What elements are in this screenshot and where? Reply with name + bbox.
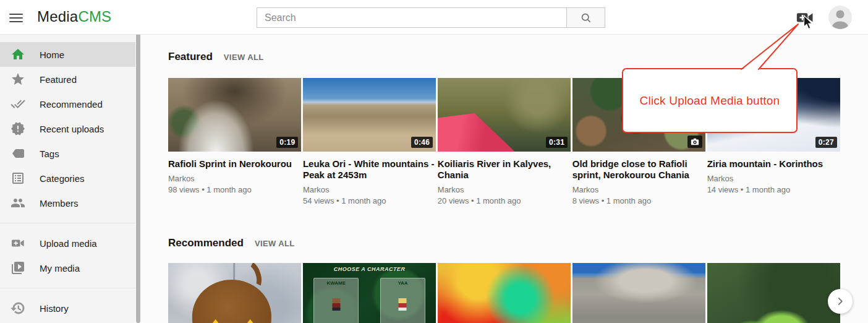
star-icon [11,72,25,87]
media-card: 0:46 Leuka Ori - White mountains - Peak … [303,78,436,205]
media-card [438,263,571,323]
mouse-cursor [801,15,815,30]
sidebar-item-upload-media[interactable]: Upload media [0,231,135,256]
video-thumbnail-waterfall[interactable]: 0:19 [168,78,301,152]
sidebar-divider [0,223,135,223]
sidebar-divider [0,288,135,288]
video-thumbnail-pumpkin[interactable] [168,263,301,323]
double-check-icon [11,97,25,111]
search-input[interactable] [257,7,567,28]
duration-badge: 0:19 [276,137,298,148]
video-thumbnail-game[interactable]: CHOOSE A CHARACTER KWAME Selected YAA Se… [303,263,436,323]
sidebar-item-label: My media [40,263,80,273]
media-author[interactable]: Markos [707,174,840,183]
video-thumbnail-green-leaves[interactable] [707,263,840,323]
camera-icon [691,138,699,145]
game-character-name: YAA [381,280,425,286]
media-card: 0:19 Rafioli Sprint in Nerokourou Markos… [168,78,301,205]
game-character-sprite [399,298,407,311]
media-meta: 20 views • 1 month ago [438,196,571,205]
game-character-name: KWAME [314,280,358,286]
logo-text-cms: CMS [78,8,111,25]
carousel-next-button[interactable] [828,289,853,314]
person-icon [828,6,852,29]
media-author[interactable]: Markos [438,185,571,194]
section-title-featured: Featured [168,51,213,63]
media-card [572,263,705,323]
media-author[interactable]: Markos [168,174,301,183]
user-avatar[interactable] [828,6,852,29]
game-character-panel: YAA Select [380,278,425,323]
video-library-icon [11,261,25,275]
sidebar-scrollbar[interactable] [136,31,140,323]
search-icon [580,12,592,24]
sidebar: Home Featured Recommended Recent uploads… [0,35,135,323]
duration-badge: 0:46 [411,137,433,148]
recommended-view-all-link[interactable]: VIEW ALL [255,239,295,248]
media-meta: 54 views • 1 month ago [303,196,436,205]
sidebar-item-featured[interactable]: Featured [0,67,135,92]
media-card [707,263,840,323]
chevron-right-icon [833,295,847,308]
video-thumbnail-river[interactable]: 0:31 [438,78,571,152]
app-logo[interactable]: MediaCMS [37,8,111,25]
sidebar-item-recommended[interactable]: Recommended [0,92,135,116]
sidebar-item-recent-uploads[interactable]: Recent uploads [0,116,135,141]
media-author[interactable]: Markos [303,185,436,194]
sidebar-item-label: Featured [40,74,77,85]
media-meta: 98 views • 1 month ago [168,185,301,194]
sidebar-item-label: Categories [40,173,85,184]
recommended-section: Recommended VIEW ALL CHOOSE A CHARACTER … [168,237,840,323]
game-character-panel: KWAME Selected [313,278,359,323]
sidebar-item-tags[interactable]: Tags [0,141,135,166]
list-icon [11,171,25,186]
media-author[interactable]: Markos [572,185,705,194]
sidebar-item-home[interactable]: Home [0,42,135,67]
hamburger-menu-icon[interactable] [9,10,26,25]
logo-text-media: Media [37,8,78,25]
upload-media-icon [11,236,25,251]
tag-icon [11,146,25,161]
media-card: CHOOSE A CHARACTER KWAME Selected YAA Se… [303,263,436,323]
video-thumbnail-abstract-colors[interactable] [438,263,571,323]
photo-badge [687,136,702,148]
sidebar-item-label: Tags [40,149,59,159]
sidebar-item-label: Home [40,50,64,60]
sidebar-item-label: Upload media [40,238,97,249]
media-title[interactable]: Rafioli Sprint in Nerokourou [168,158,301,170]
media-meta: 8 views • 1 month ago [572,196,705,205]
search-button[interactable] [566,7,605,28]
media-title[interactable]: Leuka Ori - White mountains - Peak at 24… [303,158,436,181]
home-icon [11,47,25,62]
section-title-recommended: Recommended [168,237,244,249]
media-title[interactable]: Koiliaris River in Kalyves, Chania [438,158,571,181]
duration-badge: 0:27 [815,137,837,148]
sidebar-item-categories[interactable]: Categories [0,166,135,191]
game-heading-text: CHOOSE A CHARACTER [303,266,436,272]
media-title[interactable]: Ziria mountain - Korinthos [707,158,840,170]
video-thumbnail-mountains[interactable]: 0:46 [303,78,436,152]
video-thumbnail-rocky-mountain[interactable] [572,263,705,323]
sidebar-item-label: Members [40,198,79,209]
sidebar-item-label: Recent uploads [40,124,104,134]
annotation-callout: Click Upload Media button [622,68,798,133]
annotation-callout-tail [736,20,804,72]
search-bar [257,7,605,28]
annotation-text: Click Upload Media button [640,94,780,108]
media-card [168,263,301,323]
sidebar-item-my-media[interactable]: My media [0,256,135,280]
sidebar-item-label: History [40,303,69,314]
history-icon [11,301,25,316]
media-meta: 14 views • 1 month ago [707,185,840,194]
people-icon [11,196,25,210]
game-character-sprite [332,298,340,311]
sidebar-item-label: Recommended [40,99,103,110]
sidebar-item-members[interactable]: Members [0,191,135,215]
media-card: 0:31 Koiliaris River in Kalyves, Chania … [438,78,571,205]
featured-view-all-link[interactable]: VIEW ALL [224,53,264,62]
sidebar-item-history[interactable]: History [0,296,135,321]
duration-badge: 0:31 [546,137,568,148]
media-title[interactable]: Old bridge close to Rafioli sprint, Nero… [572,158,705,181]
new-releases-icon [11,121,25,136]
